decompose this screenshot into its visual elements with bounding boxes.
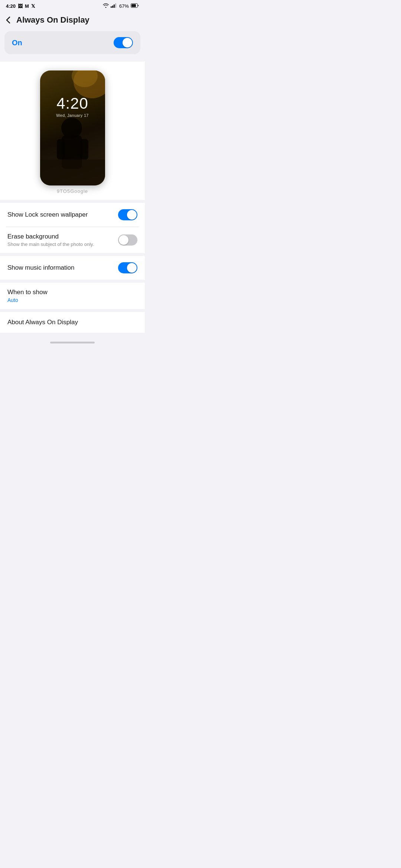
toggle-on-label: On: [12, 39, 22, 47]
back-button[interactable]: [6, 15, 13, 25]
show-lock-screen-row[interactable]: Show Lock screen wallpaper: [0, 203, 145, 227]
svg-rect-4: [115, 3, 116, 8]
phone-preview: 4:20 Wed, January 17: [40, 70, 105, 185]
show-lock-screen-label: Show Lock screen wallpaper: [7, 211, 118, 218]
status-bar: 4:20 🖼 M 𝕏 + 67%: [0, 0, 145, 10]
svg-rect-2: [112, 6, 113, 8]
svg-rect-6: [131, 4, 136, 7]
svg-rect-13: [80, 139, 88, 160]
about-title: About Always On Display: [7, 319, 137, 326]
preview-time-container: 4:20 Wed, January 17: [40, 95, 105, 118]
erase-background-row[interactable]: Erase background Show the main subject o…: [0, 227, 145, 253]
page-title: Always On Display: [16, 15, 89, 25]
twitter-icon: 𝕏: [31, 3, 35, 9]
gallery-icon: 🖼: [18, 3, 23, 9]
toggle-knob: [123, 38, 132, 47]
preview-date: Wed, January 17: [40, 113, 105, 118]
signal-icon: [111, 3, 117, 9]
svg-text:+: +: [108, 3, 109, 6]
toggle-knob: [127, 210, 137, 220]
gmail-icon: M: [25, 3, 29, 9]
status-left: 4:20 🖼 M 𝕏: [6, 3, 35, 9]
when-to-show-value: Auto: [7, 297, 137, 303]
show-lock-screen-content: Show Lock screen wallpaper: [7, 211, 118, 218]
handle-bar: [50, 342, 95, 343]
about-row[interactable]: About Always On Display: [0, 312, 145, 333]
erase-background-content: Erase background Show the main subject o…: [7, 233, 118, 247]
toggle-knob: [119, 235, 128, 245]
erase-background-subtitle: Show the main subject of the photo only.: [7, 241, 118, 247]
when-to-show-row[interactable]: When to show Auto: [0, 283, 145, 309]
watermark-text: 9TO5Google: [57, 188, 88, 194]
svg-rect-3: [114, 4, 115, 8]
status-right: + 67%: [103, 3, 139, 9]
svg-rect-14: [40, 160, 105, 185]
battery-percentage: 67%: [119, 3, 129, 9]
show-music-row[interactable]: Show music information: [0, 256, 145, 280]
svg-point-10: [61, 118, 82, 138]
erase-background-label: Erase background: [7, 233, 118, 240]
show-music-content: Show music information: [7, 264, 118, 272]
toggle-knob: [127, 263, 137, 273]
music-section: Show music information: [0, 256, 145, 280]
show-music-toggle[interactable]: [118, 262, 137, 273]
svg-rect-1: [111, 6, 112, 8]
status-time: 4:20: [6, 3, 16, 9]
page-header: Always On Display: [0, 10, 145, 31]
when-to-show-title: When to show: [7, 289, 137, 296]
master-toggle-switch[interactable]: [114, 37, 133, 48]
show-music-label: Show music information: [7, 264, 118, 272]
svg-rect-12: [57, 139, 65, 160]
master-toggle-row[interactable]: On: [4, 31, 140, 54]
lock-screen-section: Show Lock screen wallpaper Erase backgro…: [0, 203, 145, 253]
show-lock-screen-toggle[interactable]: [118, 209, 137, 220]
about-section: About Always On Display: [0, 312, 145, 333]
preview-background-art: [40, 70, 105, 185]
preview-section: 4:20 Wed, January 17 9TO5Google: [0, 62, 145, 200]
when-to-show-section: When to show Auto: [0, 283, 145, 309]
preview-clock: 4:20: [40, 95, 105, 112]
bottom-handle: [0, 339, 145, 348]
battery-icon: [131, 3, 139, 9]
erase-background-toggle[interactable]: [118, 234, 137, 246]
wifi-icon: +: [103, 3, 109, 9]
